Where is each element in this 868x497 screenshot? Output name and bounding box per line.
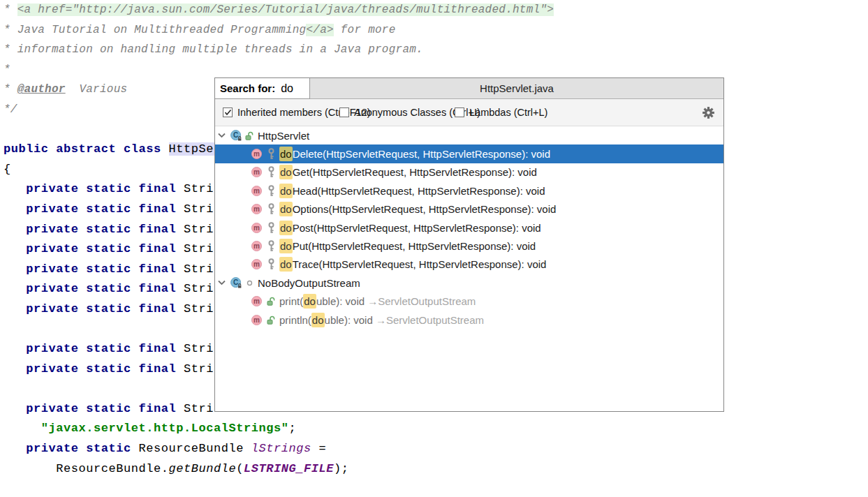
checkbox-unchecked-icon[interactable] xyxy=(455,107,464,117)
code-segment: LSTRING_FILE xyxy=(244,462,334,475)
tree-row-println[interactable]: mprintln(double): void →ServletOutputStr… xyxy=(215,311,723,329)
svg-text:m: m xyxy=(253,224,260,232)
method-icon: m xyxy=(251,186,262,196)
code-segment: ); xyxy=(334,462,349,475)
tree-row-label: Put(HttpServletRequest, HttpServletRespo… xyxy=(293,240,536,252)
search-match-highlight: do xyxy=(303,294,316,309)
code-segment: @author xyxy=(17,83,66,96)
field-line: private static ResourceBundle lStrings = xyxy=(3,439,868,459)
code-segment xyxy=(3,182,26,195)
code-segment: Stri xyxy=(184,262,214,276)
tree-row-print[interactable]: mprint(double): void →ServletOutputStrea… xyxy=(215,292,723,311)
tree-row-dodelete[interactable]: mdoDelete(HttpServletRequest, HttpServle… xyxy=(215,144,723,163)
search-match-highlight: do xyxy=(279,147,293,161)
svg-text:m: m xyxy=(253,316,260,324)
code-segment: lStrings xyxy=(251,442,311,455)
code-segment: private static final xyxy=(26,362,184,376)
structure-tree: CHttpServletmdoDelete(HttpServletRequest… xyxy=(215,126,723,329)
code-segment: ResourceBundle xyxy=(139,442,251,455)
code-segment: ( xyxy=(236,462,244,475)
code-segment xyxy=(3,422,41,435)
comment-line: * Java Tutorial on Multithreaded Program… xyxy=(3,20,868,40)
tree-row-label: Options(HttpServletRequest, HttpServletR… xyxy=(293,203,557,215)
svg-text:m: m xyxy=(253,150,260,158)
code-segment: private static final xyxy=(26,402,184,415)
code-segment: Stri xyxy=(184,242,214,255)
tree-row-doput[interactable]: mdoPut(HttpServletRequest, HttpServletRe… xyxy=(215,237,723,255)
code-segment: "javax.servlet.http.LocalStrings" xyxy=(41,422,289,435)
class-icon: C xyxy=(230,130,242,141)
code-segment: Various xyxy=(66,83,128,96)
code-segment xyxy=(3,242,26,255)
tree-row-dopost[interactable]: mdoPost(HttpServletRequest, HttpServletR… xyxy=(215,218,723,237)
code-segment: Stri xyxy=(184,282,214,295)
code-segment: </a> xyxy=(306,24,333,36)
tree-row-dohead[interactable]: mdoHead(HttpServletRequest, HttpServletR… xyxy=(215,181,723,200)
public-lock-icon xyxy=(267,314,275,326)
code-segment: = xyxy=(311,442,327,455)
code-segment: private static final xyxy=(26,302,184,316)
popup-title: HttpServlet.java xyxy=(310,78,723,99)
svg-text:m: m xyxy=(253,297,260,305)
tree-row-dotrace[interactable]: mdoTrace(HttpServletRequest, HttpServlet… xyxy=(215,255,723,274)
svg-text:C: C xyxy=(233,279,238,286)
svg-text:m: m xyxy=(253,168,260,176)
protected-key-icon xyxy=(267,203,275,215)
tree-row-label: →ServletOutputStream xyxy=(373,314,484,326)
code-segment: */ xyxy=(3,103,17,116)
tree-row-label: Get(HttpServletRequest, HttpServletRespo… xyxy=(293,166,537,178)
svg-text:m: m xyxy=(253,242,260,250)
search-value: do xyxy=(281,82,293,95)
code-segment: * information on handling multiple threa… xyxy=(3,43,423,56)
search-match-highlight: do xyxy=(279,239,293,253)
code-segment: * Java Tutorial on Multithreaded Program… xyxy=(3,24,306,36)
method-icon: m xyxy=(251,149,262,159)
checkbox-checked-icon[interactable] xyxy=(223,107,233,117)
comment-line: * <a href="http://java.sun.com/Series/Tu… xyxy=(3,0,868,20)
code-line: ResourceBundle.getBundle(LSTRING_FILE); xyxy=(3,459,868,480)
code-segment: ; xyxy=(289,422,297,435)
svg-text:m: m xyxy=(253,260,260,268)
method-icon: m xyxy=(251,204,262,214)
chevron-down-icon[interactable] xyxy=(217,133,226,138)
code-segment: * xyxy=(3,64,10,76)
checkbox-unchecked-icon[interactable] xyxy=(339,107,349,117)
tree-row-nobodyoutputstream[interactable]: CNoBodyOutputStream xyxy=(215,274,723,292)
package-private-icon xyxy=(245,277,253,289)
code-segment xyxy=(3,202,26,216)
code-segment: Stri xyxy=(184,402,214,415)
method-icon: m xyxy=(251,315,262,325)
tree-row-label: uble): void xyxy=(316,295,365,307)
public-lock-icon xyxy=(267,295,275,307)
tree-row-httpservlet[interactable]: CHttpServlet xyxy=(215,126,723,144)
code-segment: <a href="http://java.sun.com/Series/Tuto… xyxy=(17,3,554,16)
search-field[interactable]: Search for: do xyxy=(215,78,310,99)
code-segment: HttpSer xyxy=(169,142,221,156)
protected-key-icon xyxy=(267,166,275,178)
tree-row-dooptions[interactable]: mdoOptions(HttpServletRequest, HttpServl… xyxy=(215,200,723,218)
chevron-down-icon[interactable] xyxy=(217,280,226,285)
filter-checkbox-lambdas[interactable]: Lambdas (Ctrl+L) xyxy=(455,99,547,126)
class-icon: C xyxy=(230,277,242,288)
code-segment xyxy=(3,442,26,455)
string-line: "javax.servlet.http.LocalStrings"; xyxy=(3,419,868,439)
tree-row-label: NoBodyOutputStream xyxy=(258,277,360,289)
code-segment: private static final xyxy=(26,242,184,255)
tree-row-label: uble): void xyxy=(325,314,373,326)
code-segment: private static final xyxy=(26,282,184,295)
svg-text:m: m xyxy=(253,187,260,195)
code-segment: Stri xyxy=(184,202,214,216)
code-segment: for more xyxy=(334,24,396,36)
tree-row-doget[interactable]: mdoGet(HttpServletRequest, HttpServletRe… xyxy=(215,163,723,181)
svg-text:C: C xyxy=(233,131,238,139)
filter-bar: Inherited members (Ctrl+F12)Anonymous Cl… xyxy=(215,99,723,126)
tree-row-label: Post(HttpServletRequest, HttpServletResp… xyxy=(293,222,541,234)
code-segment: private static final xyxy=(26,342,184,355)
method-icon: m xyxy=(251,241,262,251)
search-match-highlight: do xyxy=(279,221,293,235)
code-segment: Stri xyxy=(184,223,214,236)
svg-text:m: m xyxy=(253,205,260,213)
comment-line: * information on handling multiple threa… xyxy=(3,40,868,60)
settings-gear-icon[interactable] xyxy=(703,107,714,119)
method-icon: m xyxy=(251,296,262,306)
